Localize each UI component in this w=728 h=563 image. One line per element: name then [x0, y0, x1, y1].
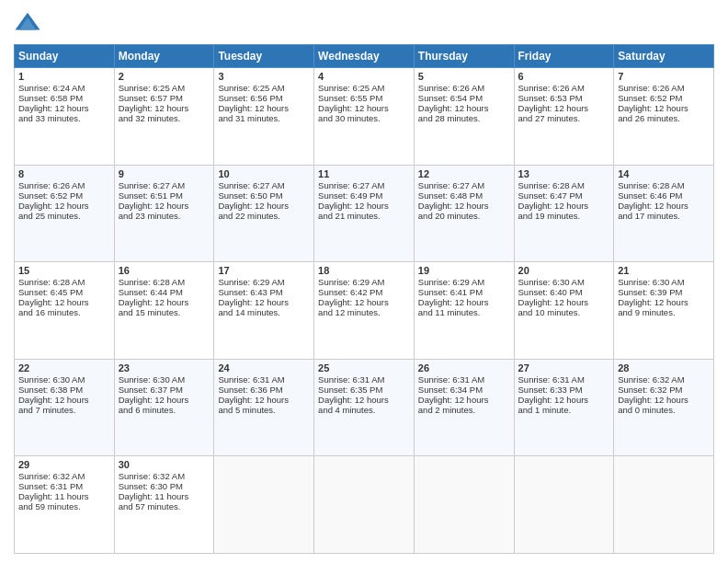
calendar-header-thursday: Thursday: [414, 45, 514, 68]
day-info: Sunrise: 6:31 AM: [418, 374, 510, 385]
day-info: Sunset: 6:52 PM: [618, 93, 710, 103]
day-number: 28: [618, 362, 710, 373]
day-info: Daylight: 12 hours: [18, 201, 110, 211]
calendar-week-row: 1Sunrise: 6:24 AMSunset: 6:58 PMDaylight…: [15, 68, 714, 166]
day-info: Sunset: 6:46 PM: [618, 190, 710, 201]
day-info: Daylight: 12 hours: [119, 103, 210, 113]
day-info: Daylight: 11 hours: [119, 491, 210, 501]
day-info: Sunrise: 6:30 AM: [119, 374, 210, 385]
day-info: Sunset: 6:33 PM: [518, 385, 610, 395]
day-info: Sunrise: 6:27 AM: [418, 180, 510, 190]
day-info: and 17 minutes.: [618, 211, 710, 221]
day-number: 12: [418, 168, 510, 179]
day-info: Sunrise: 6:30 AM: [618, 277, 710, 287]
day-info: Sunrise: 6:29 AM: [318, 277, 410, 287]
day-info: Sunset: 6:45 PM: [18, 287, 110, 297]
day-info: Daylight: 12 hours: [318, 297, 410, 307]
calendar-cell: 13Sunrise: 6:28 AMSunset: 6:47 PMDayligh…: [514, 165, 614, 262]
day-number: 24: [218, 362, 310, 373]
day-info: Sunrise: 6:29 AM: [418, 277, 510, 287]
day-info: Sunrise: 6:28 AM: [618, 180, 710, 190]
day-number: 26: [418, 362, 510, 373]
day-info: and 16 minutes.: [18, 307, 110, 317]
day-info: and 21 minutes.: [318, 211, 410, 221]
day-number: 23: [119, 362, 210, 373]
calendar-cell: 24Sunrise: 6:31 AMSunset: 6:36 PMDayligh…: [214, 359, 314, 456]
day-info: and 57 minutes.: [119, 501, 210, 511]
day-info: and 2 minutes.: [418, 405, 510, 415]
day-info: Sunrise: 6:32 AM: [618, 374, 710, 385]
day-info: and 59 minutes.: [18, 501, 110, 511]
day-info: Daylight: 12 hours: [119, 395, 210, 405]
day-info: and 14 minutes.: [218, 307, 310, 317]
day-number: 5: [418, 71, 510, 82]
day-info: and 0 minutes.: [618, 405, 710, 415]
day-info: Sunset: 6:43 PM: [218, 287, 310, 297]
day-number: 22: [18, 362, 110, 373]
calendar-week-row: 22Sunrise: 6:30 AMSunset: 6:38 PMDayligh…: [15, 359, 714, 456]
calendar-header-friday: Friday: [514, 45, 614, 68]
day-info: and 19 minutes.: [518, 211, 610, 221]
day-info: and 31 minutes.: [218, 113, 310, 123]
day-info: Sunrise: 6:26 AM: [518, 83, 610, 93]
day-number: 30: [119, 459, 210, 470]
day-number: 10: [218, 168, 310, 179]
day-info: Daylight: 12 hours: [518, 395, 610, 405]
day-info: and 32 minutes.: [119, 113, 210, 123]
day-number: 15: [18, 265, 110, 276]
day-info: Daylight: 12 hours: [618, 103, 710, 113]
day-info: Daylight: 12 hours: [618, 395, 710, 405]
calendar-cell: 10Sunrise: 6:27 AMSunset: 6:50 PMDayligh…: [214, 165, 314, 262]
day-info: Sunset: 6:30 PM: [119, 481, 210, 491]
day-info: Sunrise: 6:31 AM: [318, 374, 410, 385]
day-info: and 28 minutes.: [418, 113, 510, 123]
calendar-cell: 15Sunrise: 6:28 AMSunset: 6:45 PMDayligh…: [15, 262, 115, 360]
day-info: Sunrise: 6:28 AM: [18, 277, 110, 287]
day-info: and 30 minutes.: [318, 113, 410, 123]
day-info: and 33 minutes.: [18, 113, 110, 123]
day-info: Sunrise: 6:25 AM: [218, 83, 310, 93]
calendar-cell: 28Sunrise: 6:32 AMSunset: 6:32 PMDayligh…: [614, 359, 714, 456]
header: [14, 9, 714, 37]
day-info: and 25 minutes.: [18, 211, 110, 221]
day-info: Sunset: 6:39 PM: [618, 287, 710, 297]
day-number: 13: [518, 168, 610, 179]
day-info: Sunset: 6:42 PM: [318, 287, 410, 297]
day-number: 20: [518, 265, 610, 276]
day-number: 17: [218, 265, 310, 276]
calendar-cell: 9Sunrise: 6:27 AMSunset: 6:51 PMDaylight…: [114, 165, 214, 262]
calendar-cell: [514, 456, 614, 554]
calendar-header-tuesday: Tuesday: [214, 45, 314, 68]
day-info: and 1 minute.: [518, 405, 610, 415]
calendar-cell: 19Sunrise: 6:29 AMSunset: 6:41 PMDayligh…: [414, 262, 514, 360]
calendar-cell: 27Sunrise: 6:31 AMSunset: 6:33 PMDayligh…: [514, 359, 614, 456]
day-info: Daylight: 12 hours: [318, 395, 410, 405]
day-info: and 27 minutes.: [518, 113, 610, 123]
day-info: Daylight: 12 hours: [618, 297, 710, 307]
calendar-cell: 6Sunrise: 6:26 AMSunset: 6:53 PMDaylight…: [514, 68, 614, 166]
calendar-header-sunday: Sunday: [15, 45, 115, 68]
day-info: Sunrise: 6:25 AM: [119, 83, 210, 93]
day-number: 2: [119, 71, 210, 82]
calendar-cell: 21Sunrise: 6:30 AMSunset: 6:39 PMDayligh…: [614, 262, 714, 360]
day-info: Sunset: 6:34 PM: [418, 385, 510, 395]
day-info: Daylight: 12 hours: [119, 201, 210, 211]
day-info: Sunrise: 6:31 AM: [518, 374, 610, 385]
day-info: Daylight: 11 hours: [18, 491, 110, 501]
day-info: and 5 minutes.: [218, 405, 310, 415]
day-info: Daylight: 12 hours: [18, 103, 110, 113]
calendar-cell: 14Sunrise: 6:28 AMSunset: 6:46 PMDayligh…: [614, 165, 714, 262]
day-info: Sunset: 6:41 PM: [418, 287, 510, 297]
day-info: Sunset: 6:32 PM: [618, 385, 710, 395]
day-info: Sunset: 6:36 PM: [218, 385, 310, 395]
day-info: Sunset: 6:50 PM: [218, 190, 310, 201]
day-info: Daylight: 12 hours: [418, 103, 510, 113]
calendar-week-row: 29Sunrise: 6:32 AMSunset: 6:31 PMDayligh…: [15, 456, 714, 554]
day-info: Sunset: 6:49 PM: [318, 190, 410, 201]
day-info: Daylight: 12 hours: [518, 201, 610, 211]
calendar-cell: 17Sunrise: 6:29 AMSunset: 6:43 PMDayligh…: [214, 262, 314, 360]
calendar-cell: 8Sunrise: 6:26 AMSunset: 6:52 PMDaylight…: [15, 165, 115, 262]
day-info: Sunrise: 6:26 AM: [418, 83, 510, 93]
day-info: Daylight: 12 hours: [318, 201, 410, 211]
day-info: Sunset: 6:44 PM: [119, 287, 210, 297]
